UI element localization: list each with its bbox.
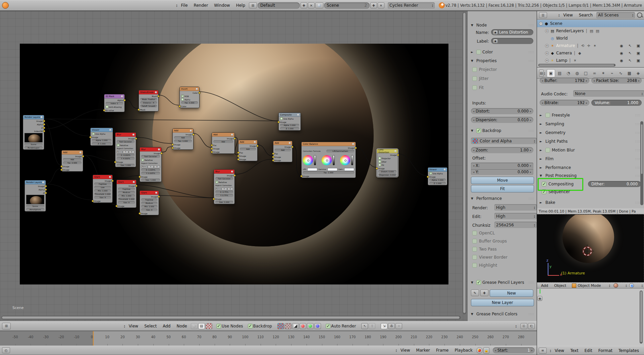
node-preview-toggle-icon[interactable] — [155, 192, 157, 194]
node-field-pill[interactable]: Alpha: 1.000 — [92, 139, 111, 142]
text-editor-panel[interactable]: ◈ — [537, 289, 644, 346]
text-editor-menu-edit[interactable]: Edit — [581, 348, 595, 353]
dispersion-slider[interactable]: ◂Dispersion:0.010▸ — [471, 117, 533, 123]
output-socket[interactable] — [135, 185, 138, 187]
node-field[interactable]: Alpha: 1.000 — [91, 139, 113, 142]
node-preview-toggle-icon[interactable] — [352, 143, 354, 145]
audio-codec-select[interactable]: None▴▾ — [573, 90, 644, 97]
node-field-pill[interactable]: FogGlow — [141, 198, 157, 201]
output-socket[interactable] — [355, 147, 357, 149]
node-field[interactable]: AtmoSphere — [25, 208, 46, 211]
backdrop-red-channel-icon[interactable] — [300, 323, 306, 329]
node-field-pill[interactable]: Dispersion: 0.010 — [378, 174, 396, 176]
restrict-view-icon[interactable]: ◉ — [619, 44, 624, 48]
node-field-pill[interactable]: Fast Gaussian — [141, 155, 160, 158]
editor-type-outliner-icon[interactable]: ☰ — [539, 12, 547, 18]
backdrop-channel-select[interactable]: Color and Alpha▴▾ — [471, 138, 537, 144]
node-field-pill[interactable]: Add — [275, 149, 291, 151]
pin-icon[interactable]: ➴ — [361, 323, 368, 329]
constraints-tab-icon[interactable]: ∞ — [590, 69, 599, 77]
panel-freestyle[interactable]: ►Freestyle:::: — [540, 113, 641, 118]
panel-expand-icon[interactable]: ► — [540, 114, 544, 117]
expand-toggle-icon[interactable]: - — [539, 22, 543, 26]
lift-color-wheel[interactable] — [303, 155, 313, 165]
node-field[interactable]: Size: 8 — [117, 201, 136, 204]
compositor-canvas[interactable]: Render LayersImageAlphaZIndexOBSceneRend… — [0, 11, 467, 321]
node-mix-add-2[interactable]: AddImageAddFac: 1.000ImageImage — [172, 128, 194, 150]
timeline-menu-playback[interactable]: Playback — [451, 348, 476, 353]
node-field[interactable]: Fac: 1.000 — [180, 101, 199, 104]
node-render-layers-1[interactable]: Render LayersImageAlphaZIndexOBSceneRend… — [23, 115, 44, 150]
copy-icon[interactable]: ⎘ — [521, 323, 527, 329]
node-checkbox-fit[interactable]: Fit — [377, 163, 398, 167]
editor-type-properties-icon[interactable]: ▤ — [539, 70, 544, 77]
object-data-tab-icon[interactable]: ✶ — [599, 69, 607, 77]
checkbox-icon[interactable] — [472, 76, 477, 81]
output-socket[interactable] — [256, 145, 259, 147]
node-field-pill[interactable]: Distort: 0.000 — [378, 170, 396, 173]
mode-select[interactable]: Object Mode — [578, 283, 601, 288]
outliner-row-renderlayers[interactable]: +▤RenderLayers|▤▤ — [537, 27, 644, 35]
panel-expand-icon[interactable]: ► — [540, 166, 544, 169]
node-field-pill[interactable]: Fac: 1.000 — [303, 171, 354, 174]
node-field-pill[interactable]: Add — [63, 158, 82, 161]
info-menu-render[interactable]: Render — [191, 3, 211, 8]
node-header-viewer-1[interactable]: Viewer — [91, 128, 113, 132]
output-socket[interactable] — [157, 95, 160, 97]
node-dilate-erode[interactable]: Dilate/ErodeMaskMode: FeatherDistance: -… — [139, 90, 159, 112]
node-editor-menu-view[interactable]: View — [126, 324, 141, 328]
input-socket[interactable] — [171, 147, 174, 149]
gain-value-slider[interactable] — [351, 155, 353, 165]
input-socket[interactable] — [138, 108, 140, 111]
canvas-h-scrollbar[interactable] — [1, 316, 461, 319]
node-preview-toggle-icon[interactable] — [41, 116, 43, 118]
bake-expand[interactable]: ► — [540, 201, 544, 204]
output-socket[interactable] — [158, 195, 160, 198]
viewport-menu-add[interactable]: Add — [538, 283, 551, 288]
lift-swatch[interactable] — [307, 168, 317, 171]
output-socket[interactable] — [160, 152, 163, 154]
node-segmented-buttons[interactable]: NoneYX — [214, 187, 234, 190]
node-checkbox-use-alpha[interactable]: Use Alpha — [428, 172, 447, 175]
object-tab-icon[interactable]: □ — [582, 69, 590, 77]
backdrop-offset-x[interactable]: ◂X:0.000▸ — [471, 163, 533, 169]
node-field-pill[interactable]: RenderLayer — [24, 146, 43, 149]
checkbox-icon[interactable] — [472, 85, 477, 90]
node-preview-toggle-icon[interactable] — [155, 91, 157, 93]
node-field[interactable]: FogGlow — [93, 182, 112, 186]
segment-x[interactable]: X — [227, 187, 233, 190]
node-preview-toggle-icon[interactable] — [109, 129, 111, 131]
backdrop-section-expand[interactable]: ▼ — [471, 129, 475, 132]
bitrate-slider[interactable]: ◂Bitrate:192▸ — [540, 100, 589, 106]
node-header-id-mask[interactable]: ID Mask — [104, 94, 124, 98]
checkbox-icon[interactable] — [429, 172, 432, 175]
node-field[interactable]: Size: 1.000 — [115, 164, 136, 167]
info-menu-help[interactable]: Help — [233, 3, 248, 8]
node-header-glare-1[interactable]: Glare — [93, 175, 112, 179]
node-header-mix-add-1[interactable]: Add — [62, 150, 83, 154]
node-field[interactable]: X: 4.000% — [115, 153, 136, 157]
checkbox-icon[interactable] — [280, 117, 283, 120]
node-header-invert[interactable]: Invert — [180, 87, 199, 91]
bone-constraints-tab-icon[interactable]: ∿ — [616, 69, 625, 77]
input-socket[interactable] — [89, 136, 92, 138]
checkbox-icon[interactable] — [106, 105, 108, 108]
input-socket[interactable] — [237, 158, 239, 161]
node-field[interactable]: Add — [173, 136, 193, 139]
node-field-pill[interactable]: Add — [213, 140, 233, 143]
outliner-row-armature[interactable]: +✶Armature|⟲✛✶◉↖▣ — [537, 42, 644, 49]
text-editor-menu-templates[interactable]: Templates — [615, 348, 642, 353]
node-checkbox-jitter[interactable]: Jitter — [377, 160, 398, 163]
node-field[interactable]: Mode: Feather — [139, 98, 158, 101]
node-field[interactable]: Index: 1 — [104, 102, 124, 105]
panel-checkbox[interactable] — [545, 148, 550, 152]
node-section-expand[interactable]: ▼ — [471, 24, 475, 27]
snap-icon[interactable]: ✇ — [388, 323, 395, 329]
node-header-render-layers-2[interactable]: Render Layers — [25, 180, 46, 184]
node-field-pill[interactable]: Fast Gaussian — [215, 177, 233, 180]
add-scene-button[interactable]: ✚ — [370, 2, 377, 8]
backdrop-blue-channel-icon[interactable] — [314, 323, 321, 329]
node-field-pill[interactable]: Distance: -4 — [140, 101, 157, 104]
node-field-pill[interactable]: Add — [174, 136, 192, 139]
correction-formula-row[interactable]: Correction FormulaLift/Gamma/Gain — [302, 149, 356, 153]
